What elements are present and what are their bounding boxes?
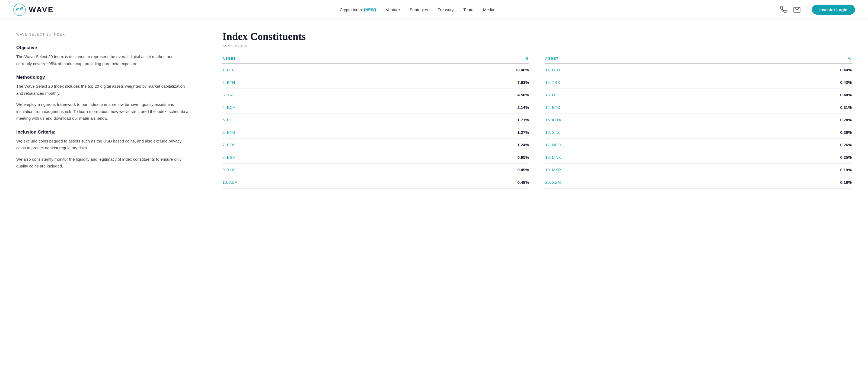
asset-pct: 0.42% xyxy=(840,80,852,85)
asset-pct: 0.49% xyxy=(517,168,529,172)
nav-media[interactable]: Media xyxy=(483,7,494,12)
methodology-body: The Wave Select 20 Index includes the to… xyxy=(16,83,190,122)
asset-name: 15. IOTA xyxy=(545,118,561,122)
asset-name: 11. LEO xyxy=(545,67,560,72)
asset-pct: 0.40% xyxy=(840,93,852,97)
asset-name: 10. ADA xyxy=(222,180,237,184)
inclusion-p1: We exclude coins pegged to assets such a… xyxy=(16,138,190,151)
asset-name: 17. NEO xyxy=(545,143,561,147)
nav-treasury[interactable]: Treasury xyxy=(438,7,454,12)
nav-team[interactable]: Team xyxy=(463,7,473,12)
svg-point-0 xyxy=(13,4,26,16)
asset-name: 4. BCH xyxy=(222,105,236,110)
col1-header: ASSET % xyxy=(222,57,529,64)
mail-icon[interactable] xyxy=(793,6,801,13)
asset-name: 3. XRP xyxy=(222,93,236,97)
table-row: 16. XTZ 0.28% xyxy=(545,126,852,139)
table-row: 6. BNB 1.37% xyxy=(222,126,529,139)
asset-pct: 1.71% xyxy=(517,118,529,122)
table-row: 8. BSV 0.95% xyxy=(222,151,529,164)
main-nav: Crypto Index (NEW) Venture Strategies Tr… xyxy=(340,7,494,12)
col2-header: ASSET % xyxy=(545,57,852,64)
asset-pct: 0.25% xyxy=(840,155,852,159)
asset-pct: 0.18% xyxy=(840,180,852,184)
col2: ASSET % 11. LEO 0.44% 12. TRX 0.42% 13. … xyxy=(545,57,852,188)
asset-name: 2. ETH xyxy=(222,80,235,85)
header: WAVE Crypto Index (NEW) Venture Strategi… xyxy=(0,0,868,20)
col1-rows: 1. BTC 76.46% 2. ETH 7.63% 3. XRP 4.50% … xyxy=(222,64,529,188)
header-divider xyxy=(806,5,806,14)
table-row: 12. TRX 0.42% xyxy=(545,76,852,89)
asset-name: 13. HT xyxy=(545,93,557,97)
asset-name: 12. TRX xyxy=(545,80,560,85)
table-row: 13. HT 0.40% xyxy=(545,89,852,101)
asset-pct: 4.50% xyxy=(517,93,529,97)
table-row: 17. NEO 0.26% xyxy=(545,139,852,151)
asset-pct: 76.46% xyxy=(515,67,529,72)
asset-name: 6. BNB xyxy=(222,130,236,135)
table-row: 7. EOS 1.24% xyxy=(222,139,529,151)
table-row: 14. ETC 0.31% xyxy=(545,101,852,114)
asset-name: 5. LTC xyxy=(222,118,235,122)
col2-rows: 11. LEO 0.44% 12. TRX 0.42% 13. HT 0.40%… xyxy=(545,64,852,188)
logo-icon xyxy=(13,3,26,16)
table-row: 19. MKR 0.19% xyxy=(545,164,852,176)
logo: WAVE xyxy=(13,3,54,16)
table-row: 11. LEO 0.44% xyxy=(545,64,852,76)
objective-title: Objective xyxy=(16,45,190,51)
col1-pct-label: % xyxy=(525,57,529,61)
asset-pct: 1.37% xyxy=(517,130,529,135)
nav-strategies[interactable]: Strategies xyxy=(410,7,428,12)
table-row: 5. LTC 1.71% xyxy=(222,114,529,126)
col2-pct-label: % xyxy=(848,57,852,61)
investor-login-button[interactable]: Investor Login xyxy=(812,5,855,14)
main-container: WAVE SELECT 20 INDEX Objective The Wave … xyxy=(0,20,868,380)
constituents-grid: ASSET % 1. BTC 76.46% 2. ETH 7.63% 3. XR… xyxy=(222,57,852,188)
table-row: 4. BCH 2.14% xyxy=(222,101,529,114)
asset-pct: 0.95% xyxy=(517,155,529,159)
col2-asset-label: ASSET xyxy=(545,57,559,61)
table-row: 18. LINK 0.25% xyxy=(545,151,852,164)
asset-pct: 7.63% xyxy=(517,80,529,85)
asset-pct: 0.26% xyxy=(840,143,852,147)
inclusion-p2: We also consistently monitor the liquidi… xyxy=(16,156,190,170)
table-row: 20. XEM 0.18% xyxy=(545,176,852,188)
page-label: WAVE SELECT 20 INDEX xyxy=(16,33,190,36)
asset-name: 20. XEM xyxy=(545,180,561,184)
methodology-p2: We employ a rigorous framework to our in… xyxy=(16,101,190,122)
inclusion-title: Inclusion Criteria: xyxy=(16,129,190,135)
asset-pct: 0.44% xyxy=(840,67,852,72)
table-row: 2. ETH 7.63% xyxy=(222,76,529,89)
asset-pct: 0.31% xyxy=(840,105,852,110)
nav-new-badge: (NEW) xyxy=(364,7,376,12)
asset-pct: 0.28% xyxy=(840,130,852,135)
table-row: 15. IOTA 0.28% xyxy=(545,114,852,126)
methodology-p1: The Wave Select 20 Index includes the to… xyxy=(16,83,190,97)
asset-pct: 0.48% xyxy=(517,180,529,184)
col1: ASSET % 1. BTC 76.46% 2. ETH 7.63% 3. XR… xyxy=(222,57,529,188)
asset-name: 14. ETC xyxy=(545,105,560,110)
asset-name: 9. XLM xyxy=(222,168,236,172)
right-panel: Index Constituents As of 9/19/2019 ASSET… xyxy=(206,20,868,380)
asset-pct: 1.24% xyxy=(517,143,529,147)
table-row: 10. ADA 0.48% xyxy=(222,176,529,188)
asset-name: 7. EOS xyxy=(222,143,236,147)
table-row: 1. BTC 76.46% xyxy=(222,64,529,76)
asset-pct: 0.28% xyxy=(840,118,852,122)
methodology-title: Methodology xyxy=(16,75,190,80)
inclusion-body: We exclude coins pegged to assets such a… xyxy=(16,138,190,170)
left-panel: WAVE SELECT 20 INDEX Objective The Wave … xyxy=(0,20,206,380)
asset-pct: 0.19% xyxy=(840,168,852,172)
phone-icon[interactable] xyxy=(780,6,788,13)
table-row: 9. XLM 0.49% xyxy=(222,164,529,176)
nav-venture[interactable]: Venture xyxy=(386,7,400,12)
objective-body: The Wave Select 20 Index is designed to … xyxy=(16,53,190,67)
asset-name: 8. BSV xyxy=(222,155,235,159)
asset-name: 1. BTC xyxy=(222,67,235,72)
index-date: As of 9/19/2019 xyxy=(222,44,852,48)
index-heading: Index Constituents xyxy=(222,30,852,42)
logo-text: WAVE xyxy=(29,5,54,14)
col1-asset-label: ASSET xyxy=(222,57,236,61)
nav-crypto-index[interactable]: Crypto Index (NEW) xyxy=(340,7,376,12)
asset-name: 16. XTZ xyxy=(545,130,560,135)
